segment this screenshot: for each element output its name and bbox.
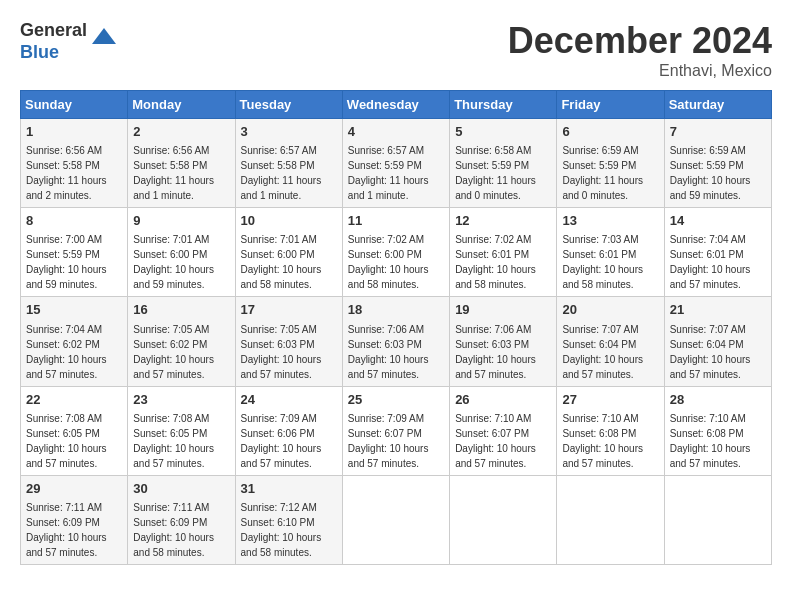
day-info: Sunrise: 6:57 AMSunset: 5:59 PMDaylight:… [348, 143, 444, 203]
day-number: 4 [348, 123, 444, 141]
calendar-cell: 19Sunrise: 7:06 AMSunset: 6:03 PMDayligh… [450, 297, 557, 386]
day-number: 19 [455, 301, 551, 319]
day-info: Sunrise: 7:04 AMSunset: 6:01 PMDaylight:… [670, 232, 766, 292]
day-number: 16 [133, 301, 229, 319]
svg-marker-0 [92, 28, 116, 44]
logo-general: General [20, 20, 87, 42]
weekday-header-tuesday: Tuesday [235, 91, 342, 119]
day-info: Sunrise: 7:06 AMSunset: 6:03 PMDaylight:… [348, 322, 444, 382]
day-number: 17 [241, 301, 337, 319]
day-info: Sunrise: 7:02 AMSunset: 6:00 PMDaylight:… [348, 232, 444, 292]
calendar-cell: 15Sunrise: 7:04 AMSunset: 6:02 PMDayligh… [21, 297, 128, 386]
day-number: 5 [455, 123, 551, 141]
calendar-header-row: SundayMondayTuesdayWednesdayThursdayFrid… [21, 91, 772, 119]
day-info: Sunrise: 7:05 AMSunset: 6:03 PMDaylight:… [241, 322, 337, 382]
day-number: 14 [670, 212, 766, 230]
calendar-cell: 18Sunrise: 7:06 AMSunset: 6:03 PMDayligh… [342, 297, 449, 386]
day-info: Sunrise: 6:56 AMSunset: 5:58 PMDaylight:… [26, 143, 122, 203]
calendar-cell: 24Sunrise: 7:09 AMSunset: 6:06 PMDayligh… [235, 386, 342, 475]
day-info: Sunrise: 6:59 AMSunset: 5:59 PMDaylight:… [562, 143, 658, 203]
day-number: 27 [562, 391, 658, 409]
day-number: 1 [26, 123, 122, 141]
day-info: Sunrise: 7:10 AMSunset: 6:08 PMDaylight:… [670, 411, 766, 471]
calendar-cell: 31Sunrise: 7:12 AMSunset: 6:10 PMDayligh… [235, 475, 342, 564]
calendar-cell: 6Sunrise: 6:59 AMSunset: 5:59 PMDaylight… [557, 119, 664, 208]
day-info: Sunrise: 7:07 AMSunset: 6:04 PMDaylight:… [562, 322, 658, 382]
day-number: 28 [670, 391, 766, 409]
calendar-cell: 7Sunrise: 6:59 AMSunset: 5:59 PMDaylight… [664, 119, 771, 208]
day-number: 9 [133, 212, 229, 230]
calendar-cell: 23Sunrise: 7:08 AMSunset: 6:05 PMDayligh… [128, 386, 235, 475]
calendar-cell [342, 475, 449, 564]
day-info: Sunrise: 7:08 AMSunset: 6:05 PMDaylight:… [133, 411, 229, 471]
calendar-cell: 29Sunrise: 7:11 AMSunset: 6:09 PMDayligh… [21, 475, 128, 564]
day-info: Sunrise: 7:09 AMSunset: 6:06 PMDaylight:… [241, 411, 337, 471]
day-info: Sunrise: 7:09 AMSunset: 6:07 PMDaylight:… [348, 411, 444, 471]
calendar-cell [450, 475, 557, 564]
weekday-header-friday: Friday [557, 91, 664, 119]
calendar-week-5: 29Sunrise: 7:11 AMSunset: 6:09 PMDayligh… [21, 475, 772, 564]
calendar-cell: 5Sunrise: 6:58 AMSunset: 5:59 PMDaylight… [450, 119, 557, 208]
calendar-week-4: 22Sunrise: 7:08 AMSunset: 6:05 PMDayligh… [21, 386, 772, 475]
day-number: 11 [348, 212, 444, 230]
day-info: Sunrise: 7:08 AMSunset: 6:05 PMDaylight:… [26, 411, 122, 471]
day-number: 24 [241, 391, 337, 409]
day-number: 3 [241, 123, 337, 141]
logo-icon [90, 24, 118, 52]
day-info: Sunrise: 7:11 AMSunset: 6:09 PMDaylight:… [26, 500, 122, 560]
day-number: 2 [133, 123, 229, 141]
calendar-cell: 16Sunrise: 7:05 AMSunset: 6:02 PMDayligh… [128, 297, 235, 386]
calendar-cell [557, 475, 664, 564]
day-number: 30 [133, 480, 229, 498]
day-info: Sunrise: 6:56 AMSunset: 5:58 PMDaylight:… [133, 143, 229, 203]
day-info: Sunrise: 7:04 AMSunset: 6:02 PMDaylight:… [26, 322, 122, 382]
day-number: 7 [670, 123, 766, 141]
day-info: Sunrise: 6:58 AMSunset: 5:59 PMDaylight:… [455, 143, 551, 203]
calendar-cell: 2Sunrise: 6:56 AMSunset: 5:58 PMDaylight… [128, 119, 235, 208]
calendar-week-3: 15Sunrise: 7:04 AMSunset: 6:02 PMDayligh… [21, 297, 772, 386]
calendar-cell: 26Sunrise: 7:10 AMSunset: 6:07 PMDayligh… [450, 386, 557, 475]
calendar-cell: 11Sunrise: 7:02 AMSunset: 6:00 PMDayligh… [342, 208, 449, 297]
day-info: Sunrise: 6:59 AMSunset: 5:59 PMDaylight:… [670, 143, 766, 203]
weekday-header-wednesday: Wednesday [342, 91, 449, 119]
day-number: 10 [241, 212, 337, 230]
day-info: Sunrise: 7:06 AMSunset: 6:03 PMDaylight:… [455, 322, 551, 382]
day-number: 15 [26, 301, 122, 319]
day-number: 29 [26, 480, 122, 498]
day-number: 21 [670, 301, 766, 319]
day-info: Sunrise: 7:10 AMSunset: 6:08 PMDaylight:… [562, 411, 658, 471]
calendar-table: SundayMondayTuesdayWednesdayThursdayFrid… [20, 90, 772, 565]
calendar-cell: 9Sunrise: 7:01 AMSunset: 6:00 PMDaylight… [128, 208, 235, 297]
day-info: Sunrise: 7:03 AMSunset: 6:01 PMDaylight:… [562, 232, 658, 292]
day-info: Sunrise: 7:05 AMSunset: 6:02 PMDaylight:… [133, 322, 229, 382]
day-info: Sunrise: 7:01 AMSunset: 6:00 PMDaylight:… [133, 232, 229, 292]
day-info: Sunrise: 7:10 AMSunset: 6:07 PMDaylight:… [455, 411, 551, 471]
calendar-cell: 8Sunrise: 7:00 AMSunset: 5:59 PMDaylight… [21, 208, 128, 297]
day-number: 22 [26, 391, 122, 409]
logo-blue: Blue [20, 42, 87, 64]
calendar-cell: 10Sunrise: 7:01 AMSunset: 6:00 PMDayligh… [235, 208, 342, 297]
calendar-cell: 28Sunrise: 7:10 AMSunset: 6:08 PMDayligh… [664, 386, 771, 475]
day-number: 18 [348, 301, 444, 319]
calendar-cell: 17Sunrise: 7:05 AMSunset: 6:03 PMDayligh… [235, 297, 342, 386]
calendar-cell: 30Sunrise: 7:11 AMSunset: 6:09 PMDayligh… [128, 475, 235, 564]
month-title: December 2024 [508, 20, 772, 62]
calendar-cell: 25Sunrise: 7:09 AMSunset: 6:07 PMDayligh… [342, 386, 449, 475]
weekday-header-saturday: Saturday [664, 91, 771, 119]
page-header: General Blue December 2024 Enthavi, Mexi… [20, 20, 772, 80]
day-info: Sunrise: 7:07 AMSunset: 6:04 PMDaylight:… [670, 322, 766, 382]
day-number: 12 [455, 212, 551, 230]
day-info: Sunrise: 7:12 AMSunset: 6:10 PMDaylight:… [241, 500, 337, 560]
calendar-cell: 27Sunrise: 7:10 AMSunset: 6:08 PMDayligh… [557, 386, 664, 475]
day-info: Sunrise: 7:11 AMSunset: 6:09 PMDaylight:… [133, 500, 229, 560]
calendar-cell: 13Sunrise: 7:03 AMSunset: 6:01 PMDayligh… [557, 208, 664, 297]
day-number: 26 [455, 391, 551, 409]
calendar-cell: 1Sunrise: 6:56 AMSunset: 5:58 PMDaylight… [21, 119, 128, 208]
day-number: 20 [562, 301, 658, 319]
day-info: Sunrise: 7:00 AMSunset: 5:59 PMDaylight:… [26, 232, 122, 292]
day-number: 23 [133, 391, 229, 409]
calendar-cell: 3Sunrise: 6:57 AMSunset: 5:58 PMDaylight… [235, 119, 342, 208]
day-number: 6 [562, 123, 658, 141]
calendar-week-2: 8Sunrise: 7:00 AMSunset: 5:59 PMDaylight… [21, 208, 772, 297]
day-number: 8 [26, 212, 122, 230]
